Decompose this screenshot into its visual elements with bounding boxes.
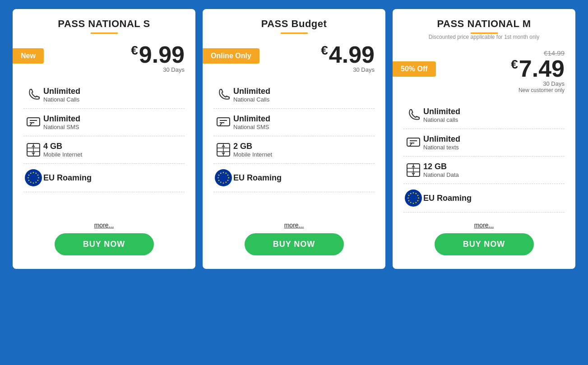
feature-text: EU Roaming xyxy=(233,173,375,183)
feature-text: 4 GB Mobile Internet xyxy=(43,142,185,158)
phone-icon xyxy=(403,107,423,123)
feature-sub: National Data xyxy=(423,171,565,178)
sms-icon xyxy=(23,114,43,130)
feature-bold: EU Roaming xyxy=(423,194,565,203)
feature-sub: National texts xyxy=(423,144,565,151)
eu-flag-icon xyxy=(215,169,232,186)
card-header: PASS NATIONAL S xyxy=(13,9,195,38)
currency-symbol: € xyxy=(511,57,518,71)
card-subtitle: Discounted price applicable for 1st mont… xyxy=(402,34,566,40)
buy-now-button[interactable]: BUY NOW xyxy=(435,233,534,255)
feature-text: Unlimited National texts xyxy=(423,134,565,151)
svg-rect-40 xyxy=(407,138,420,146)
eu-flag-icon xyxy=(25,169,42,186)
feature-bold: Unlimited xyxy=(233,114,375,124)
badge: Online Only xyxy=(203,48,259,64)
feature-bold: Unlimited xyxy=(423,134,565,144)
more-link[interactable]: more... xyxy=(94,222,114,229)
feature-item: 2 GB Mobile Internet xyxy=(213,136,375,164)
card-footer: more... BUY NOW xyxy=(393,213,575,260)
feature-item: Unlimited National Calls xyxy=(213,81,375,109)
feature-sub: Mobile Internet xyxy=(233,151,375,158)
feature-text: EU Roaming xyxy=(423,194,565,203)
more-link[interactable]: more... xyxy=(284,222,304,229)
sms-icon xyxy=(403,134,423,151)
feature-item: Unlimited National SMS xyxy=(23,109,185,136)
feature-bold: EU Roaming xyxy=(233,173,375,183)
feature-sub: National Calls xyxy=(233,96,375,103)
card-pass-budget: PASS Budget Online Only €4.99 30 Days Un… xyxy=(203,9,385,269)
feature-item: EU Roaming xyxy=(23,164,185,192)
feature-item: Unlimited National Calls xyxy=(23,81,185,109)
eu-icon xyxy=(213,169,233,186)
data-icon xyxy=(23,142,43,158)
price-main: €7.49 xyxy=(511,57,565,80)
data-icon xyxy=(213,142,233,158)
buy-now-button[interactable]: BUY NOW xyxy=(55,233,154,255)
badge: New xyxy=(13,48,44,64)
feature-text: 2 GB Mobile Internet xyxy=(233,142,375,158)
feature-sub: National calls xyxy=(423,116,565,123)
cards-container: PASS NATIONAL S New €9.99 30 Days Unlimi… xyxy=(5,5,583,273)
phone-icon xyxy=(213,87,233,103)
card-pass-national-m: PASS NATIONAL M Discounted price applica… xyxy=(393,9,575,269)
feature-item: EU Roaming xyxy=(403,184,565,213)
card-header: PASS Budget xyxy=(203,9,385,38)
feature-bold: 4 GB xyxy=(43,142,185,151)
features-list: Unlimited National Calls Unlimited Natio… xyxy=(13,73,195,213)
feature-bold: 12 GB xyxy=(423,162,565,171)
price-area: New €9.99 30 Days xyxy=(13,38,195,73)
header-underline xyxy=(91,32,118,34)
feature-text: 12 GB National Data xyxy=(423,162,565,178)
feature-text: Unlimited National Calls xyxy=(43,87,185,103)
feature-bold: Unlimited xyxy=(423,107,565,116)
more-link[interactable]: more... xyxy=(474,222,494,229)
price-area: Online Only €4.99 30 Days xyxy=(203,38,385,73)
feature-text: Unlimited National SMS xyxy=(233,114,375,130)
feature-item: 12 GB National Data xyxy=(403,157,565,184)
feature-sub: National SMS xyxy=(43,124,185,130)
card-title: PASS NATIONAL M xyxy=(402,18,566,30)
svg-rect-0 xyxy=(27,118,40,126)
feature-item: Unlimited National SMS xyxy=(213,109,375,136)
feature-item: EU Roaming xyxy=(213,164,375,192)
card-footer: more... BUY NOW xyxy=(13,213,195,260)
eu-icon xyxy=(23,169,43,186)
badge: 50% Off xyxy=(393,61,436,77)
features-list: Unlimited National calls Unlimited Natio… xyxy=(393,93,575,213)
feature-item: Unlimited National texts xyxy=(403,129,565,157)
feature-text: Unlimited National calls xyxy=(423,107,565,123)
feature-text: Unlimited National SMS xyxy=(43,114,185,130)
phone-icon xyxy=(23,87,43,103)
price-main: €4.99 xyxy=(321,43,375,66)
card-title: PASS Budget xyxy=(212,18,376,30)
price-main: €9.99 xyxy=(131,43,185,66)
buy-now-button[interactable]: BUY NOW xyxy=(245,233,344,255)
svg-rect-20 xyxy=(217,118,230,126)
feature-item: 4 GB Mobile Internet xyxy=(23,136,185,164)
card-pass-national-s: PASS NATIONAL S New €9.99 30 Days Unlimi… xyxy=(13,9,195,269)
currency-symbol: € xyxy=(321,43,328,57)
header-underline xyxy=(281,32,308,34)
feature-bold: Unlimited xyxy=(43,114,185,124)
sms-icon xyxy=(213,114,233,130)
feature-text: Unlimited National Calls xyxy=(233,87,375,103)
feature-item: Unlimited National calls xyxy=(403,102,565,129)
card-title: PASS NATIONAL S xyxy=(22,18,186,30)
eu-icon xyxy=(403,189,423,207)
features-list: Unlimited National Calls Unlimited Natio… xyxy=(203,73,385,213)
feature-sub: National Calls xyxy=(43,96,185,103)
data-icon xyxy=(403,162,423,178)
feature-bold: 2 GB xyxy=(233,142,375,151)
feature-sub: Mobile Internet xyxy=(43,151,185,158)
feature-text: EU Roaming xyxy=(43,173,185,183)
card-footer: more... BUY NOW xyxy=(203,213,385,260)
eu-flag-icon xyxy=(405,189,422,207)
currency-symbol: € xyxy=(131,43,138,57)
price-note: New customer only xyxy=(403,87,565,93)
card-header: PASS NATIONAL M Discounted price applica… xyxy=(393,9,575,45)
feature-bold: Unlimited xyxy=(43,87,185,96)
price-area: 50% Off €14.99 €7.49 30 Days New custome… xyxy=(393,45,575,93)
feature-sub: National SMS xyxy=(233,124,375,130)
feature-bold: EU Roaming xyxy=(43,173,185,183)
